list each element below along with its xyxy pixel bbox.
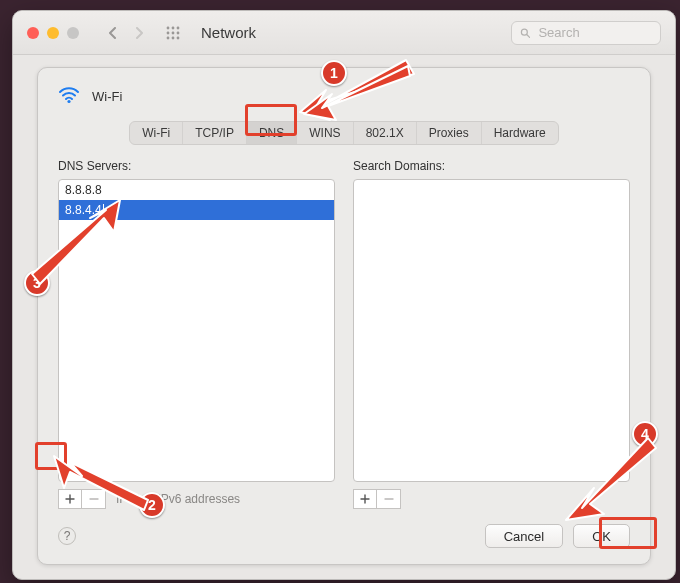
back-button[interactable] [101, 22, 125, 44]
window-title: Network [201, 24, 256, 41]
svg-point-9 [521, 29, 527, 35]
dns-row-editing[interactable]: 8.8.4.4 [59, 200, 334, 220]
svg-point-11 [67, 100, 70, 103]
tab-bar: Wi-Fi TCP/IP DNS WINS 802.1X Proxies Har… [58, 121, 630, 145]
search-field[interactable] [511, 21, 661, 45]
svg-point-8 [177, 36, 180, 39]
tab-proxies[interactable]: Proxies [417, 122, 482, 144]
tab-dns[interactable]: DNS [247, 122, 297, 144]
add-dns-button[interactable] [58, 489, 82, 509]
plus-icon [360, 494, 370, 504]
minimize-window-button[interactable] [47, 27, 59, 39]
search-domains-list[interactable] [353, 179, 630, 482]
svg-point-6 [167, 36, 170, 39]
search-icon [520, 27, 530, 39]
dns-row[interactable]: 8.8.8.8 [59, 180, 334, 200]
remove-domain-button[interactable] [377, 489, 401, 509]
svg-point-2 [177, 26, 180, 29]
tab-wins[interactable]: WINS [297, 122, 353, 144]
tab-hardware[interactable]: Hardware [482, 122, 558, 144]
svg-point-3 [167, 31, 170, 34]
tab-tcpip[interactable]: TCP/IP [183, 122, 247, 144]
ok-button[interactable]: OK [573, 524, 630, 548]
remove-dns-button[interactable] [82, 489, 106, 509]
search-domains-label: Search Domains: [353, 159, 630, 173]
svg-point-4 [172, 31, 175, 34]
tab-8021x[interactable]: 802.1X [354, 122, 417, 144]
search-input[interactable] [536, 24, 652, 41]
svg-point-0 [167, 26, 170, 29]
wifi-icon [58, 86, 80, 107]
dns-servers-list[interactable]: 8.8.8.8 8.8.4.4 [58, 179, 335, 482]
zoom-window-button[interactable] [67, 27, 79, 39]
help-button[interactable]: ? [58, 527, 76, 545]
cancel-button[interactable]: Cancel [485, 524, 563, 548]
add-domain-button[interactable] [353, 489, 377, 509]
titlebar: Network [13, 11, 675, 55]
minus-icon [89, 494, 99, 504]
forward-button[interactable] [127, 22, 151, 44]
plus-icon [65, 494, 75, 504]
close-window-button[interactable] [27, 27, 39, 39]
sheet-title: Wi-Fi [92, 89, 122, 104]
network-advanced-sheet: Wi-Fi Wi-Fi TCP/IP DNS WINS 802.1X Proxi… [37, 67, 651, 565]
minus-icon [384, 494, 394, 504]
dns-servers-column: DNS Servers: 8.8.8.8 8.8.4.4 IPv4 or IPv… [58, 159, 335, 510]
svg-point-5 [177, 31, 180, 34]
svg-point-7 [172, 36, 175, 39]
tab-wifi[interactable]: Wi-Fi [130, 122, 183, 144]
dns-servers-label: DNS Servers: [58, 159, 335, 173]
svg-point-1 [172, 26, 175, 29]
dns-hint: IPv4 or IPv6 addresses [116, 492, 240, 506]
traffic-lights [27, 27, 79, 39]
svg-line-10 [527, 34, 530, 37]
search-domains-column: Search Domains: [353, 159, 630, 510]
show-all-button[interactable] [161, 22, 185, 44]
syspref-window: Network Wi-Fi Wi-Fi TCP/IP DNS WINS 802.… [12, 10, 676, 580]
